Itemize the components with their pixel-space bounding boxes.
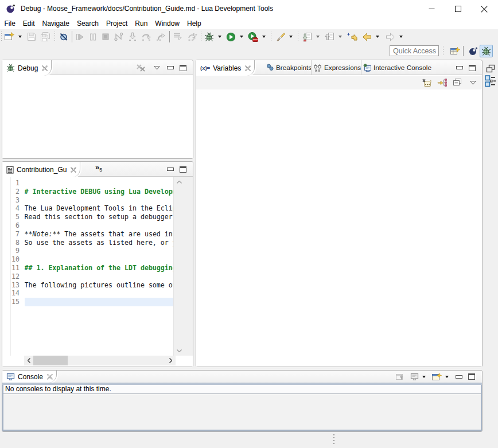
scroll-down-arrow-icon[interactable] [176, 347, 183, 354]
open-task-button[interactable] [274, 30, 286, 43]
perspective-button-debug[interactable] [480, 45, 493, 57]
new-wizard-dropdown[interactable] [18, 36, 22, 38]
back-dropdown[interactable] [376, 36, 379, 38]
run-dropdown[interactable] [240, 36, 243, 38]
menu-navigate[interactable]: Navigate [38, 18, 73, 29]
lua-perspective-icon [468, 46, 478, 56]
resume-button[interactable] [75, 30, 85, 43]
save-all-button[interactable] [39, 30, 52, 43]
show-type-names-button[interactable] [421, 76, 433, 89]
step-over-button[interactable] [141, 30, 153, 43]
suspend-button[interactable] [88, 30, 98, 43]
minimize-view-button[interactable] [167, 167, 174, 171]
close-icon[interactable] [71, 167, 76, 173]
menu-project[interactable]: Project [102, 18, 131, 29]
minimize-view-button[interactable] [456, 66, 463, 69]
disconnect-button[interactable] [113, 30, 124, 43]
pin-console-button[interactable] [395, 372, 404, 381]
forward-dropdown[interactable] [399, 36, 403, 38]
display-selected-console-button[interactable] [410, 373, 419, 381]
outline-view-button[interactable] [485, 75, 496, 87]
previous-annotation-button[interactable] [324, 30, 336, 43]
menu-search[interactable]: Search [73, 18, 102, 29]
close-icon[interactable] [42, 65, 48, 71]
tab-expressions[interactable]: Expressions [312, 60, 361, 75]
debug-button[interactable] [203, 30, 215, 43]
tab-variables[interactable]: (x)= Variables [196, 60, 255, 76]
minimize-view-button[interactable] [456, 375, 462, 379]
new-wizard-button[interactable] [3, 30, 15, 43]
collapse-all-button[interactable] [452, 76, 463, 89]
line-number: 2 [2, 188, 20, 196]
variables-view: (x)= Variables Breakpoints [196, 60, 483, 367]
drop-to-frame-button[interactable] [172, 30, 184, 43]
line-number: 6 [2, 221, 20, 230]
close-icon[interactable] [47, 374, 53, 380]
editor-tab-overflow-chevron[interactable]: »5 [95, 163, 102, 173]
tab-breakpoints[interactable]: Breakpoints [264, 60, 312, 75]
editor-vertical-scrollbar[interactable] [173, 177, 193, 356]
previous-annotation-dropdown[interactable] [339, 36, 342, 38]
maximize-view-button[interactable] [468, 373, 475, 380]
run-button[interactable] [225, 30, 237, 43]
editor-horizontal-scrollbar[interactable] [24, 356, 176, 365]
menu-window[interactable]: Window [151, 18, 184, 29]
remove-all-terminated-button[interactable] [137, 64, 146, 72]
open-console-button[interactable] [431, 372, 442, 381]
step-into-button[interactable] [127, 30, 138, 43]
step-return-button[interactable] [155, 30, 167, 43]
line-number: 9 [2, 247, 20, 255]
console-content[interactable]: No consoles to display at this time. [2, 385, 482, 431]
scroll-right-arrow-icon[interactable] [167, 357, 174, 364]
debug-view-content[interactable] [2, 76, 193, 158]
menu-run[interactable]: Run [131, 18, 151, 29]
show-logical-structures-button[interactable] [436, 76, 448, 89]
external-tools-dropdown[interactable] [262, 36, 266, 38]
menu-edit[interactable]: Edit [19, 18, 38, 29]
tab-interactive-console[interactable]: Interactive Console [361, 60, 435, 75]
debug-dropdown[interactable] [218, 36, 221, 38]
maximize-button[interactable] [445, 0, 471, 18]
view-menu-button[interactable] [154, 66, 160, 70]
view-menu-button[interactable] [469, 76, 477, 89]
maximize-view-button[interactable] [180, 65, 186, 71]
minimize-view-button[interactable] [167, 66, 174, 69]
use-step-filters-button[interactable] [186, 30, 199, 43]
restore-view-button[interactable] [486, 64, 495, 73]
close-button[interactable] [471, 0, 497, 18]
quick-access-input[interactable] [390, 45, 439, 56]
open-task-dropdown[interactable] [289, 36, 293, 38]
scroll-up-arrow-icon[interactable] [176, 178, 183, 186]
forward-button[interactable] [384, 30, 396, 43]
menu-help[interactable]: Help [184, 18, 205, 29]
menu-file[interactable]: File [1, 18, 19, 29]
new-wizard-icon [5, 32, 14, 41]
scroll-left-arrow-icon[interactable] [25, 357, 33, 364]
console-view-tab-label: Console [18, 373, 43, 381]
open-console-dropdown[interactable] [445, 376, 449, 378]
debug-view-tab[interactable]: Debug [2, 60, 52, 76]
status-bar-grip[interactable] [333, 434, 335, 446]
close-icon[interactable] [245, 65, 251, 71]
display-selected-console-dropdown[interactable] [422, 376, 426, 378]
external-tools-button[interactable] [247, 30, 259, 43]
open-perspective-button[interactable] [449, 45, 461, 57]
next-annotation-dropdown[interactable] [316, 36, 320, 38]
maximize-view-button[interactable] [180, 166, 186, 173]
console-view-tab[interactable]: Console [2, 371, 57, 383]
terminate-button[interactable] [100, 30, 111, 43]
save-button[interactable] [26, 30, 37, 43]
skip-all-breakpoints-button[interactable] [58, 30, 69, 43]
editor-tab[interactable]: Contribution_Gu [2, 162, 80, 177]
next-annotation-button[interactable] [301, 30, 313, 43]
back-button[interactable] [361, 30, 373, 43]
last-edit-location-button[interactable] [346, 30, 359, 43]
scrollbar-thumb[interactable] [33, 356, 68, 365]
perspective-button-lua[interactable] [466, 45, 479, 57]
editor-body[interactable]: 12# Interactive DEBUG using Lua Developm… [2, 177, 193, 367]
minimize-view-icon [167, 66, 174, 69]
variables-view-content[interactable] [196, 89, 482, 367]
line-number: 14 [2, 289, 20, 298]
maximize-view-button[interactable] [469, 65, 476, 71]
minimize-button[interactable] [418, 0, 445, 18]
